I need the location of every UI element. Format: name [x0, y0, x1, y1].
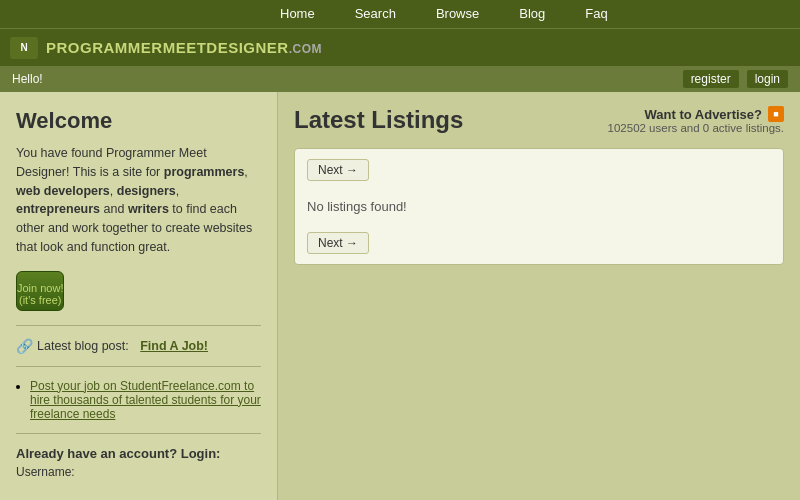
student-freelance-link[interactable]: Post your job on StudentFreelance.com to… [30, 379, 261, 421]
listings-panel: Next → No listings found! Next → [294, 148, 784, 265]
blog-post-link[interactable]: Find A Job! [140, 339, 208, 353]
header-bar: N PROGRAMMERMEETDESIGNER.COM [0, 28, 800, 66]
welcome-bold-5: writers [128, 202, 169, 216]
divider-3 [16, 433, 261, 434]
welcome-bold-1: programmers [164, 165, 245, 179]
hello-text: Hello! [12, 72, 43, 86]
listings-heading: Latest Listings [294, 106, 463, 134]
logo-part1: PROGRAMMER [46, 39, 163, 56]
blog-post-line: 🔗 Latest blog post: Find A Job! [16, 338, 261, 354]
nav-blog[interactable]: Blog [499, 0, 565, 28]
next-top-label[interactable]: Next → [307, 159, 369, 181]
logo-part4: .COM [289, 42, 322, 56]
bullet-item-1: Post your job on StudentFreelance.com to… [30, 379, 261, 421]
join-btn-sub: (it's free) [17, 294, 63, 306]
divider-1 [16, 325, 261, 326]
logo-icon: N [10, 37, 38, 59]
welcome-text-4: , [176, 184, 179, 198]
join-btn-label: Join now! [17, 282, 63, 294]
welcome-bold-4: entrepreneurs [16, 202, 100, 216]
sidebar: Welcome You have found Programmer Meet D… [0, 92, 278, 500]
logo-n-icon: N [20, 42, 27, 53]
welcome-bold-3: designers [117, 184, 176, 198]
welcome-text-2: , [244, 165, 247, 179]
next-bottom-label[interactable]: Next → [307, 232, 369, 254]
main-content: Welcome You have found Programmer Meet D… [0, 92, 800, 500]
logo-text: PROGRAMMERMEETDESIGNER.COM [46, 39, 322, 56]
next-button-top[interactable]: Next → [307, 159, 771, 189]
auth-links: register login [683, 70, 788, 88]
no-listings-text: No listings found! [307, 189, 771, 224]
nav-search[interactable]: Search [335, 0, 416, 28]
advertise-box: Want to Advertise? ■ 102502 users and 0 … [608, 106, 784, 134]
welcome-bold-2: web developers [16, 184, 110, 198]
nav-faq[interactable]: Faq [565, 0, 627, 28]
username-label: Username: [16, 465, 261, 479]
advertise-stats: 102502 users and 0 active listings. [608, 122, 784, 134]
welcome-text-3: , [110, 184, 117, 198]
blog-post-icon: 🔗 [16, 338, 33, 354]
welcome-text: You have found Programmer Meet Designer!… [16, 144, 261, 257]
already-account-heading: Already have an account? Login: [16, 446, 261, 461]
blog-post-label: Latest blog post: [37, 339, 129, 353]
join-now-button[interactable]: Join now! (it's free) [16, 271, 64, 311]
nav-home[interactable]: Home [260, 0, 335, 28]
logo-part3: DESIGNER [206, 39, 288, 56]
rss-icon: ■ [768, 106, 784, 122]
nav-browse[interactable]: Browse [416, 0, 499, 28]
next-button-bottom[interactable]: Next → [307, 224, 771, 254]
welcome-heading: Welcome [16, 108, 261, 134]
logo: N PROGRAMMERMEETDESIGNER.COM [10, 37, 322, 59]
welcome-text-5: and [100, 202, 128, 216]
divider-2 [16, 366, 261, 367]
login-link[interactable]: login [747, 70, 788, 88]
content-area: Latest Listings Want to Advertise? ■ 102… [278, 92, 800, 500]
sidebar-bullets: Post your job on StudentFreelance.com to… [30, 379, 261, 421]
advertise-title: Want to Advertise? ■ [608, 106, 784, 122]
already-account: Already have an account? Login: Username… [16, 446, 261, 479]
advertise-title-text: Want to Advertise? [645, 107, 763, 122]
top-navigation: Home Search Browse Blog Faq [0, 0, 800, 28]
register-link[interactable]: register [683, 70, 739, 88]
hello-bar: Hello! register login [0, 66, 800, 92]
logo-part2: MEET [163, 39, 207, 56]
content-header: Latest Listings Want to Advertise? ■ 102… [294, 106, 784, 134]
